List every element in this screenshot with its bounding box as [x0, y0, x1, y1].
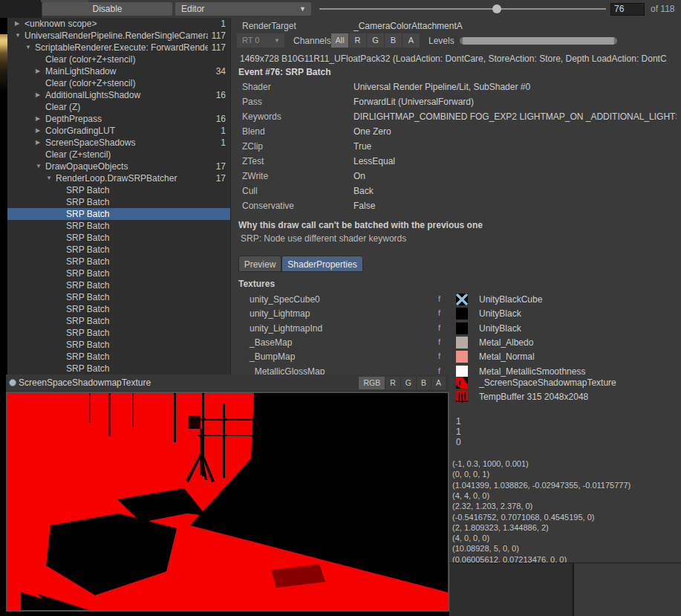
- texture-property-name: unity_SpecCube0: [250, 294, 320, 305]
- preview-channel-button-rgb[interactable]: RGB: [359, 377, 385, 389]
- preview-channel-button-b[interactable]: B: [417, 377, 431, 389]
- tree-row[interactable]: SRP Batch: [7, 279, 230, 291]
- tree-row[interactable]: ▼ScriptableRenderer.Execute: ForwardRend…: [7, 42, 230, 54]
- tree-row[interactable]: SRP Batch: [7, 196, 230, 208]
- foldout-closed-icon[interactable]: ▶: [36, 137, 40, 149]
- channel-button-a[interactable]: A: [403, 33, 420, 48]
- tree-row[interactable]: ▶AdditionalLightsShadow16: [7, 89, 230, 101]
- tree-item-label: SRP Batch: [66, 351, 208, 363]
- tree-row[interactable]: SRP Batch: [7, 268, 230, 279]
- texture-thumbnail-normal[interactable]: [456, 351, 468, 363]
- preview-titlebar[interactable]: ScreenSpaceShadowmapTexture RGBRGBA: [6, 375, 449, 392]
- tree-row[interactable]: ▶<unknown scope>1: [7, 18, 230, 30]
- tree-row[interactable]: ▼DrawOpaqueObjects17: [7, 161, 230, 172]
- texture-property-name: unity_Lightmap: [250, 308, 310, 319]
- tree-item-label: Clear (Z): [45, 101, 208, 113]
- foldout-open-icon[interactable]: ▼: [36, 161, 42, 172]
- foldout-open-icon[interactable]: ▼: [15, 30, 21, 42]
- batch-break-title: Why this draw call can't be batched with…: [238, 220, 483, 230]
- tree-row[interactable]: SRP Batch: [7, 232, 230, 244]
- channel-button-b[interactable]: B: [385, 33, 403, 48]
- tree-row[interactable]: SRP Batch: [7, 303, 230, 315]
- property-row: ZWriteOn: [231, 171, 677, 186]
- property-label: Conservative: [242, 201, 294, 211]
- tree-row[interactable]: ▼UniversalRenderPipeline.RenderSingleCam…: [7, 30, 230, 42]
- texture-thumbnail-white[interactable]: [456, 366, 468, 377]
- tree-item-label: SRP Batch: [66, 268, 208, 279]
- channel-button-all[interactable]: All: [331, 33, 349, 48]
- texture-flag: f: [438, 337, 440, 346]
- preview-channel-button-g[interactable]: G: [401, 377, 417, 389]
- property-label: Blend: [242, 126, 265, 137]
- tree-row[interactable]: Clear (color+Z+stencil): [7, 54, 230, 65]
- tree-row[interactable]: SRP Batch: [7, 351, 230, 363]
- vector-value: (4, 0, 0, 0): [452, 534, 489, 542]
- toolbar-left-gap: [0, 0, 42, 18]
- tree-item-label: SRP Batch: [66, 339, 208, 351]
- preview-channel-button-r[interactable]: R: [385, 377, 401, 389]
- tree-row[interactable]: SRP Batch: [7, 256, 230, 268]
- tree-row[interactable]: SRP Batch: [7, 327, 230, 339]
- foldout-open-icon[interactable]: ▼: [46, 172, 52, 184]
- foldout-closed-icon[interactable]: ▶: [36, 113, 40, 125]
- tree-row[interactable]: SRP Batch: [7, 184, 230, 196]
- tree-row[interactable]: SRP Batch: [7, 315, 230, 327]
- disable-button[interactable]: Disable: [42, 2, 172, 16]
- property-value: True: [353, 141, 677, 152]
- levels-range-slider[interactable]: [460, 37, 617, 45]
- tree-row[interactable]: Clear (color+Z+stencil): [7, 77, 230, 89]
- foldout-closed-icon[interactable]: ▶: [36, 89, 40, 101]
- tree-item-label: ScriptableRenderer.Execute: ForwardRende: [35, 42, 208, 54]
- foldout-closed-icon[interactable]: ▶: [36, 125, 40, 137]
- preview-channel-button-a[interactable]: A: [431, 377, 446, 389]
- texture-asset-name: UnityBlack: [479, 308, 521, 319]
- tab-shaderproperties[interactable]: ShaderProperties: [281, 256, 363, 272]
- tree-row[interactable]: SRP Batch: [7, 291, 230, 303]
- target-selector-dropdown[interactable]: Editor ▼: [175, 2, 311, 16]
- tree-row[interactable]: ▶MainLightShadow34: [7, 65, 230, 77]
- property-label: Cull: [242, 186, 258, 196]
- texture-row: unity_LightmapfUnityBlack: [231, 308, 677, 322]
- tree-row[interactable]: ▶DepthPrepass16: [7, 113, 230, 125]
- event-tree-panel: ▶<unknown scope>1▼UniversalRenderPipelin…: [7, 18, 230, 375]
- texture-thumbnail-albedo[interactable]: [456, 337, 468, 348]
- tab-preview[interactable]: Preview: [238, 256, 281, 272]
- event-slider-thumb[interactable]: [492, 4, 501, 13]
- texture-thumbnail-black[interactable]: [456, 308, 468, 320]
- property-row: PassForwardLit (UniversalForward): [231, 97, 677, 111]
- tree-item-count: 17: [216, 161, 226, 172]
- bottom-black-strip: [6, 612, 449, 616]
- foldout-open-icon[interactable]: ▼: [25, 42, 31, 54]
- texture-row: unity_SpecCube0fUnityBlackCube: [231, 294, 677, 308]
- tree-row[interactable]: ▶ColorGradingLUT1: [7, 125, 230, 137]
- rt-index-dropdown[interactable]: RT 0 ▼: [237, 33, 284, 48]
- tree-row[interactable]: SRP Batch: [7, 363, 230, 375]
- channel-button-r[interactable]: R: [349, 33, 367, 48]
- texture-icon: [9, 379, 16, 386]
- tree-item-count: 1: [221, 18, 226, 30]
- texture-thumbnail-shadowmap[interactable]: [456, 377, 468, 390]
- texture-thumbnail-black-cube[interactable]: [456, 294, 468, 305]
- tree-row[interactable]: Clear (Z+stencil): [7, 149, 230, 161]
- event-slider-track[interactable]: [319, 8, 606, 10]
- tree-item-count: 1: [221, 125, 226, 137]
- tree-row[interactable]: SRP Batch: [7, 339, 230, 351]
- tree-row[interactable]: ▶ScreenSpaceShadows1: [7, 137, 230, 149]
- texture-thumbnail-tempbuffer[interactable]: [456, 391, 468, 404]
- tree-row[interactable]: ▼RenderLoop.DrawSRPBatcher17: [7, 172, 230, 184]
- tree-row[interactable]: SRP Batch: [7, 208, 230, 220]
- toolbar: Disable Editor ▼ 76 of 118: [0, 0, 681, 18]
- tree-row[interactable]: SRP Batch: [7, 244, 230, 256]
- texture-thumbnail-black[interactable]: [456, 322, 468, 334]
- chevron-down-icon: ▼: [274, 33, 280, 48]
- foldout-closed-icon[interactable]: ▶: [15, 18, 19, 30]
- texture-asset-name: Metal_MetallicSmoothness: [479, 366, 585, 377]
- target-selector-label: Editor: [181, 4, 204, 14]
- channel-button-g[interactable]: G: [367, 33, 385, 48]
- event-number-input[interactable]: 76: [610, 3, 645, 16]
- tree-row[interactable]: Clear (Z): [7, 101, 230, 113]
- texture-asset-name: UnityBlack: [479, 323, 521, 334]
- tree-row[interactable]: SRP Batch: [7, 220, 230, 232]
- foldout-closed-icon[interactable]: ▶: [36, 65, 40, 77]
- tree-item-label: SRP Batch: [66, 184, 208, 196]
